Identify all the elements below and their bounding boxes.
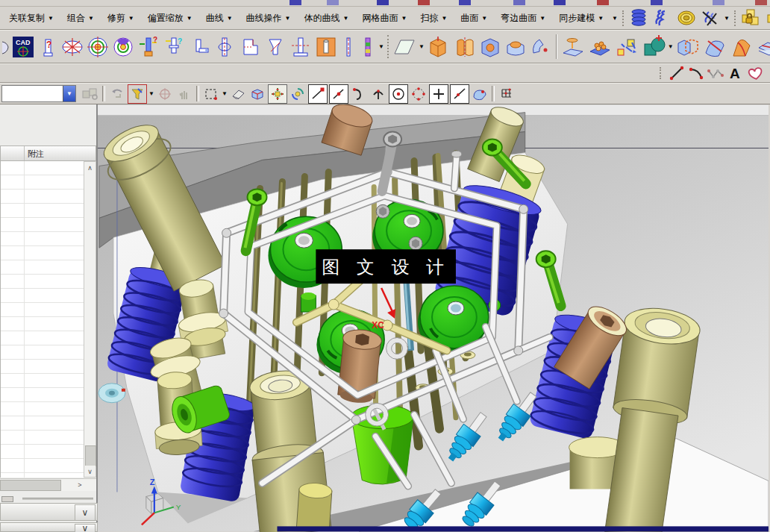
spline-icon[interactable] <box>707 64 724 82</box>
collapsed-section-1[interactable]: ∨ <box>0 503 98 521</box>
table-row[interactable] <box>1 190 84 204</box>
selection-filter-combo[interactable]: ▼ <box>1 85 76 102</box>
table-row[interactable] <box>1 374 84 388</box>
split-body-icon[interactable] <box>453 33 477 61</box>
menu-combine[interactable]: 组合▼ <box>61 10 100 27</box>
table-row[interactable] <box>1 317 84 331</box>
linked-body-icon[interactable] <box>675 33 701 61</box>
move-object-icon[interactable] <box>614 33 639 61</box>
scroll-up-button[interactable]: ∧ <box>84 162 96 173</box>
table-row[interactable] <box>1 175 84 190</box>
menu-assoc-copy[interactable]: 关联复制▼ <box>3 10 60 27</box>
rotate-target-icon[interactable] <box>156 85 174 103</box>
plus-snap-icon[interactable] <box>429 84 448 104</box>
studio-spline-icon[interactable] <box>745 64 763 82</box>
pin-inquiry-alt-icon[interactable]: ? <box>162 33 186 61</box>
point-on-face-snap-icon[interactable] <box>471 85 489 103</box>
table-row[interactable] <box>1 289 84 303</box>
menu-sweep[interactable]: 扫掠▼ <box>414 10 453 27</box>
boolean-unite-icon[interactable] <box>641 33 666 61</box>
hole-icon[interactable] <box>478 33 502 61</box>
tangent-snap-icon[interactable] <box>350 85 368 103</box>
pan-handles-icon[interactable] <box>289 85 307 103</box>
cavity-layout-icon[interactable] <box>111 33 135 61</box>
workpiece-rings-icon[interactable] <box>86 33 110 61</box>
post-tool-icon[interactable] <box>289 33 313 61</box>
boss-icon[interactable] <box>504 33 528 61</box>
arc-icon[interactable] <box>687 64 705 82</box>
cad-project-icon[interactable]: CAD <box>11 33 35 61</box>
selection-filter-input[interactable] <box>2 86 63 101</box>
expand-section-button[interactable]: ∨ <box>75 504 96 521</box>
eraser-snap-icon[interactable] <box>229 85 247 103</box>
assembly-link-icon[interactable] <box>81 85 99 103</box>
toolbar-grip[interactable] <box>387 35 389 57</box>
sheet-trim-icon[interactable] <box>702 33 727 61</box>
table-row[interactable] <box>1 459 84 473</box>
table-row[interactable] <box>1 431 84 445</box>
graphics-window[interactable]: XC 图 文 设 计 <box>98 104 769 532</box>
cube-snap-icon[interactable] <box>248 85 266 103</box>
combo-dropdown-button[interactable]: ▼ <box>63 86 75 101</box>
table-row[interactable] <box>1 402 84 416</box>
scrollbar-thumb[interactable] <box>0 480 61 491</box>
menu-surface[interactable]: 曲面▼ <box>454 10 493 27</box>
bend-corner-icon[interactable] <box>729 33 754 61</box>
table-row[interactable] <box>1 232 84 246</box>
pin-inquiry-icon[interactable]: ? <box>137 33 160 61</box>
revolve-sector-icon[interactable] <box>529 33 553 61</box>
rod-tool-icon[interactable] <box>359 33 377 61</box>
pin-spacing-icon[interactable] <box>213 33 237 61</box>
panel-splitter[interactable] <box>0 495 98 501</box>
filter-highlight-icon[interactable] <box>128 84 147 104</box>
cyan-washer[interactable] <box>98 384 125 403</box>
revert-icon[interactable] <box>108 85 126 103</box>
ball-tray-icon[interactable] <box>587 33 613 61</box>
menu-sync-modeling[interactable]: 同步建模▼ <box>553 10 610 27</box>
table-row[interactable] <box>1 473 84 478</box>
model-canvas[interactable]: XC 图 文 设 计 <box>98 104 769 532</box>
table-row[interactable] <box>1 246 84 260</box>
menu-curve-ops[interactable]: 曲线操作▼ <box>240 10 297 27</box>
menu-mesh-surface[interactable]: 网格曲面▼ <box>356 10 413 27</box>
table-row[interactable] <box>1 445 84 459</box>
endpoint-snap-icon[interactable] <box>308 84 328 104</box>
vertical-scrollbar[interactable]: ∧ ∨ <box>84 161 96 478</box>
marquee-select-icon[interactable] <box>202 85 220 103</box>
table-row[interactable] <box>1 303 84 317</box>
toolbar-overflow[interactable]: ▼ <box>612 15 618 22</box>
parting-surface-icon[interactable] <box>60 33 84 61</box>
scrollbar-thumb[interactable] <box>85 445 96 466</box>
intersection-snap-icon[interactable] <box>369 85 387 103</box>
table-header-col0[interactable] <box>1 146 25 160</box>
corner-insert-icon[interactable] <box>238 33 262 61</box>
wave-lock-alt-icon[interactable] <box>766 7 770 29</box>
datum-lift-icon[interactable] <box>560 33 586 61</box>
side-pin-icon[interactable] <box>187 33 211 61</box>
scroll-down-button[interactable]: ∨ <box>84 466 96 477</box>
table-row[interactable] <box>1 331 84 345</box>
table-row[interactable] <box>1 345 84 360</box>
table-row[interactable] <box>1 161 84 175</box>
coil-spring-icon[interactable] <box>628 7 649 29</box>
washer-stack-icon[interactable] <box>676 7 697 29</box>
collapsed-section-2[interactable]: ∨ <box>0 522 98 532</box>
slim-pin-icon[interactable] <box>339 33 357 61</box>
line-icon[interactable] <box>668 64 686 82</box>
table-row[interactable] <box>1 388 84 402</box>
mold-frame-icon[interactable] <box>314 33 338 61</box>
table-header-comment[interactable]: 附注 <box>25 146 96 160</box>
table-row[interactable] <box>1 218 84 232</box>
splitter-handle[interactable] <box>1 496 13 502</box>
helix-spring-icon[interactable] <box>652 7 673 29</box>
menu-trim[interactable]: 修剪▼ <box>101 10 140 27</box>
menu-flange-surface[interactable]: 弯边曲面▼ <box>495 10 551 27</box>
grid-snap-icon[interactable] <box>498 85 516 103</box>
toolbar-grip[interactable] <box>734 10 736 26</box>
quadrant-snap-icon[interactable] <box>410 85 428 103</box>
drag-hand-icon[interactable] <box>175 85 193 103</box>
sketch-icon[interactable] <box>392 33 417 61</box>
table-body[interactable] <box>0 161 84 478</box>
slab-split-icon[interactable] <box>756 33 770 61</box>
menu-body-curve[interactable]: 体的曲线▼ <box>298 10 355 27</box>
